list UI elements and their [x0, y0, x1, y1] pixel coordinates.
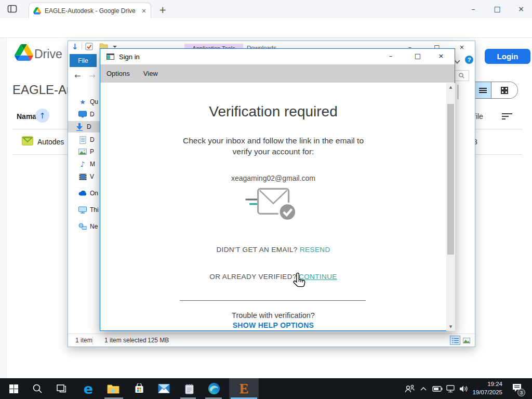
- sort-lines-icon[interactable]: [502, 113, 512, 120]
- running-indicator: [205, 397, 222, 399]
- menu-options[interactable]: Options: [107, 70, 130, 77]
- drive-logo-icon: [15, 44, 33, 61]
- grid-view-icon[interactable]: [491, 82, 517, 98]
- eagle-app-icon[interactable]: E: [229, 378, 259, 399]
- tab-actions-icon[interactable]: [7, 5, 18, 14]
- explorer-scrollbar[interactable]: [457, 85, 459, 99]
- view-toggle[interactable]: [474, 82, 518, 99]
- properties-check-icon[interactable]: [85, 43, 93, 50]
- sidebar-item-pictures[interactable]: P: [71, 146, 101, 157]
- dialog-window-icon: [107, 54, 114, 60]
- videos-icon: [78, 172, 87, 181]
- action-center-icon[interactable]: 3: [507, 378, 527, 399]
- sidebar-item-onedrive[interactable]: On: [71, 188, 101, 199]
- notification-count-badge: 3: [517, 389, 525, 396]
- sidebar-item-documents[interactable]: D: [71, 134, 101, 145]
- explorer-forward-button[interactable]: →: [89, 71, 96, 81]
- continue-question: OR ALREADY VERIFIED?: [209, 273, 297, 281]
- sidebar-item-downloads[interactable]: D: [68, 121, 100, 132]
- tab-close-icon[interactable]: ×: [141, 7, 147, 15]
- selection-count: 1 item selected: [104, 337, 147, 344]
- volume-icon[interactable]: [456, 378, 472, 399]
- explorer-close-button[interactable]: ×: [458, 44, 466, 51]
- music-icon: ♪: [78, 160, 87, 168]
- file-row-name[interactable]: Autodes: [37, 138, 64, 146]
- scrollbar-thumb[interactable]: [447, 104, 454, 255]
- scroll-up-icon[interactable]: ▲: [446, 83, 455, 91]
- show-help-options-link[interactable]: SHOW HELP OPTIONS: [100, 321, 446, 329]
- tab-title: EAGLE-Autodesk - Google Drive: [45, 7, 138, 15]
- store-icon[interactable]: [129, 378, 150, 399]
- sign-in-dialog: Sign in – □ × Options View Verification …: [100, 48, 455, 331]
- taskbar-clock[interactable]: 19:24 19/07/2025: [470, 380, 502, 396]
- documents-icon: [78, 136, 87, 144]
- selection-size: 125 MB: [148, 337, 169, 344]
- verification-body: Check your inbox and follow the link in …: [100, 135, 446, 157]
- window-close-button[interactable]: ×: [516, 5, 526, 13]
- downloads-folder-icon: ↓: [72, 42, 78, 51]
- pictures-icon: [78, 148, 87, 156]
- edge-legacy-icon[interactable]: e: [78, 378, 99, 399]
- screen: EAGLE-Autodesk - Google Drive × + – □ × …: [0, 0, 532, 399]
- scroll-down-icon[interactable]: ▼: [446, 323, 455, 331]
- dialog-minimize-button[interactable]: –: [385, 52, 396, 60]
- thumbnail-view-button[interactable]: [461, 336, 472, 345]
- list-view-icon[interactable]: [474, 82, 491, 98]
- sidebar-item-desktop[interactable]: D: [71, 109, 101, 120]
- account-email: xeagaming02@gmail.com: [100, 174, 446, 182]
- explorer-help-icon[interactable]: ?: [465, 56, 473, 64]
- login-button[interactable]: Login: [485, 49, 530, 64]
- separator: [92, 336, 93, 344]
- zip-file-icon: [22, 136, 33, 145]
- sidebar-item-quick-access[interactable]: ★ Qu: [71, 96, 101, 108]
- qat-customize-icon[interactable]: [113, 46, 117, 48]
- dialog-maximize-button[interactable]: □: [412, 52, 423, 60]
- mail-icon[interactable]: [153, 378, 174, 399]
- explorer-back-button[interactable]: ←: [74, 71, 81, 81]
- task-view-icon[interactable]: [51, 378, 72, 399]
- drive-brand: Drive: [34, 47, 62, 61]
- sidebar-item-music[interactable]: ♪ M: [71, 158, 101, 170]
- new-tab-button[interactable]: +: [159, 5, 166, 15]
- dialog-close-button[interactable]: ×: [435, 52, 447, 60]
- resend-row: DIDN'T GET AN EMAIL? RESEND: [100, 246, 446, 254]
- search-icon: [459, 73, 464, 78]
- clock-date: 19/07/2025: [470, 388, 502, 396]
- notepad-icon[interactable]: [179, 378, 200, 399]
- drive-favicon: [33, 7, 41, 15]
- sidebar-item-videos[interactable]: V: [71, 171, 101, 182]
- start-button[interactable]: [3, 378, 24, 399]
- network-icon: [78, 222, 87, 231]
- folder-title: EAGLE-Au: [12, 83, 73, 97]
- dialog-menu-bar: Options View: [100, 64, 455, 83]
- window-restore-button[interactable]: □: [492, 5, 502, 13]
- file-explorer-taskbar-icon[interactable]: [103, 378, 124, 399]
- ribbon-tab-file[interactable]: File: [70, 54, 97, 67]
- desktop-icon: [78, 110, 87, 118]
- tray-expand-icon[interactable]: [417, 378, 430, 399]
- verification-heading: Verification required: [100, 103, 446, 120]
- ribbon-collapse-icon[interactable]: [454, 58, 460, 63]
- window-minimize-button[interactable]: –: [468, 5, 478, 13]
- dialog-title: Sign in: [119, 53, 140, 61]
- menu-view[interactable]: View: [143, 70, 158, 77]
- dialog-title-bar[interactable]: Sign in: [100, 49, 455, 64]
- sort-ascending-icon[interactable]: ↑: [35, 109, 49, 123]
- sidebar-item-this-pc[interactable]: Thi: [71, 204, 101, 216]
- this-pc-icon: [78, 206, 87, 214]
- details-view-button[interactable]: [450, 336, 460, 345]
- trouble-text: Trouble with verification?: [100, 311, 446, 320]
- resend-link[interactable]: RESEND: [300, 246, 330, 254]
- sidebar-item-network[interactable]: Ne: [71, 221, 101, 232]
- continue-row: OR ALREADY VERIFIED? CONTINUE: [100, 273, 446, 281]
- active-indicator: [231, 397, 257, 399]
- browser-tab[interactable]: EAGLE-Autodesk - Google Drive ×: [29, 3, 151, 18]
- edge-icon[interactable]: [204, 378, 224, 399]
- dialog-scrollbar[interactable]: ▲ ▼: [446, 83, 455, 331]
- item-count: 1 item: [75, 337, 92, 344]
- taskbar-search-icon[interactable]: [27, 378, 48, 399]
- explorer-search-box[interactable]: [454, 70, 469, 81]
- divider: [180, 300, 366, 301]
- browser-toolbar: ← https://drive.google.com/drive/folders…: [0, 18, 532, 38]
- column-header-name[interactable]: Nama: [17, 112, 36, 121]
